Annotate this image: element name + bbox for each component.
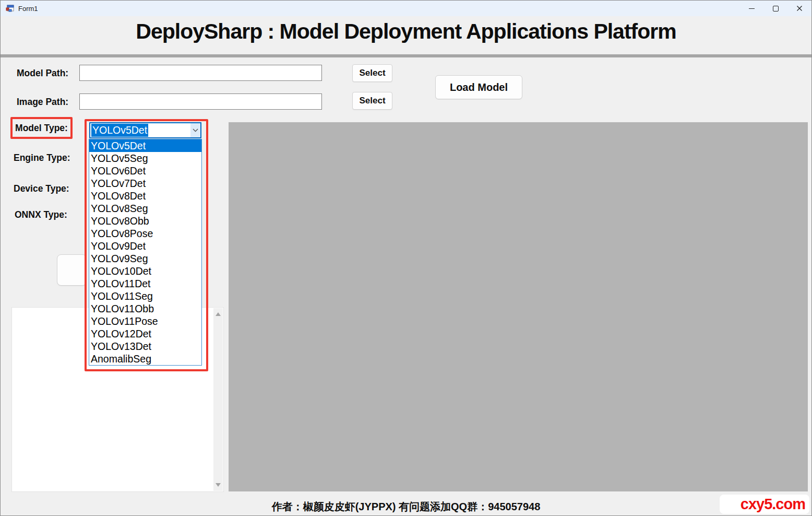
combobox-selected-text: YOLOv5Det [91,124,148,137]
device-type-label: Device Type: [14,183,69,194]
combobox-dropdown-button[interactable] [190,123,200,137]
dropdown-option[interactable]: YOLOv9Det [89,240,201,252]
image-path-input[interactable] [79,93,322,110]
model-path-select-label: Select [359,68,385,78]
dropdown-option[interactable]: YOLOv11Pose [89,315,201,327]
load-model-button[interactable]: Load Model [435,75,522,99]
dropdown-option[interactable]: YOLOv8Obb [89,215,201,227]
dropdown-option[interactable]: YOLOv13Det [89,340,201,353]
dropdown-option[interactable]: YOLOv8Seg [89,202,201,215]
dropdown-option[interactable]: YOLOv11Seg [89,290,201,302]
model-path-label: Model Path: [17,68,68,79]
window-titlebar[interactable]: Form1 [1,1,811,16]
maximize-button[interactable] [763,1,787,16]
dropdown-option[interactable]: YOLOv5Seg [89,152,201,165]
maximize-icon [773,6,779,11]
form-icon [6,4,14,13]
dropdown-option[interactable]: YOLOv11Obb [89,302,201,315]
app-window: Form1 DeploySharp : Model Deployment App… [0,0,812,516]
dropdown-option[interactable]: YOLOv5Det [89,139,201,152]
listbox-scrollbar[interactable] [213,308,223,491]
window-title: Form1 [18,5,38,13]
watermark-badge: cxy5.com [720,495,809,514]
load-model-label: Load Model [450,81,508,93]
dropdown-option[interactable]: YOLOv8Det [89,190,201,202]
model-path-input[interactable] [79,65,322,81]
close-icon [796,5,803,11]
dropdown-option[interactable]: YOLOv11Det [89,277,201,290]
chevron-down-icon [193,128,198,132]
page-title: DeploySharp : Model Deployment Applicati… [1,19,811,44]
minimize-icon [749,8,755,9]
dropdown-option[interactable]: YOLOv6Det [89,165,201,177]
dropdown-option[interactable]: YOLOv8Pose [89,227,201,240]
model-path-select-button[interactable]: Select [352,64,392,82]
dropdown-option[interactable]: YOLOv10Det [89,265,201,277]
partially-hidden-button[interactable] [57,254,87,286]
dropdown-option[interactable]: YOLOv9Seg [89,252,201,265]
minimize-button[interactable] [739,1,763,16]
header-divider [1,54,811,57]
dropdown-option[interactable]: YOLOv12Det [89,327,201,340]
scroll-up-icon[interactable] [216,312,221,316]
watermark-text: cxy5.com [741,496,805,513]
image-display-panel [229,122,808,491]
image-path-select-button[interactable]: Select [352,92,392,110]
image-path-select-label: Select [359,96,385,106]
model-type-dropdown-list[interactable]: YOLOv5DetYOLOv5SegYOLOv6DetYOLOv7DetYOLO… [89,139,202,366]
scroll-down-icon[interactable] [216,483,221,487]
close-button[interactable] [787,1,811,16]
engine-type-label: Engine Type: [14,153,70,163]
model-type-combobox[interactable]: YOLOv5Det [89,122,201,138]
dropdown-option[interactable]: AnomalibSeg [89,353,201,365]
onnx-type-label: ONNX Type: [15,209,67,220]
model-type-label: Model Type: [15,123,68,134]
footer-credit: 作者：椒颜皮皮虾(JYPPX) 有问题添加QQ群：945057948 [1,500,811,514]
image-path-label: Image Path: [17,97,68,108]
dropdown-option[interactable]: YOLOv7Det [89,177,201,190]
